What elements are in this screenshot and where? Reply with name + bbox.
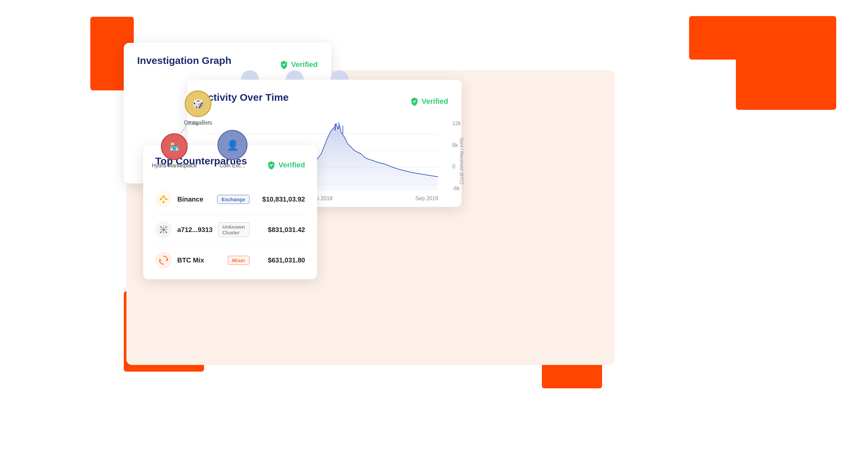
hydra-circle: 🏪 (161, 133, 188, 160)
binance-logo-icon (158, 194, 169, 205)
omegabets-circle: 🎲 (185, 90, 211, 117)
binance-tag: Exchange (217, 195, 250, 204)
binance-name: Binance (177, 196, 212, 203)
inv-graph-title: Investigation Graph (137, 55, 231, 66)
x-label-3: Sep 2019 (415, 196, 438, 202)
btcmix-name: BTC Mix (177, 256, 222, 264)
svg-marker-25 (160, 259, 161, 261)
y-right-4: -6k (452, 185, 460, 192)
cp-row-unknown[interactable]: a712...9313 Unknown Cluster $831,031.42 (155, 214, 305, 245)
unknown-tag: Unknown Cluster (218, 222, 250, 237)
activity-verified: Verified (410, 97, 448, 106)
partial-circle-3 (331, 70, 348, 80)
binance-icon (155, 191, 172, 207)
cp-row-btcmix[interactable]: BTC Mix Mixer $631,031.80 (155, 245, 305, 275)
cp-verified-text: Verified (279, 161, 305, 169)
node-hydra[interactable]: 🏪 Hydra Marketplace (152, 133, 197, 169)
cluster-logo-icon (158, 224, 169, 235)
y-right-2: 6k (452, 142, 458, 148)
btcmix-tag: Mixer (228, 256, 250, 265)
activity-verified-shield-icon (410, 97, 419, 106)
btcmix-icon (155, 252, 172, 268)
coinex-label: Coin Exc... (219, 163, 245, 169)
hydra-label: Hydra Marketplace (152, 163, 197, 169)
y-right-3: 0 (452, 164, 455, 170)
partial-circle-2 (286, 70, 304, 80)
node-coinex[interactable]: 👤 Coin Exc... (217, 130, 248, 169)
inv-graph-verified: Verified (279, 60, 318, 69)
node-omegabets[interactable]: 🎲 OmegaBets (184, 90, 212, 126)
omegabets-icon: 🎲 (192, 98, 204, 110)
unknown-name: a712...9313 (177, 226, 213, 234)
cp-verified: Verified (267, 160, 305, 170)
partial-circles (241, 70, 348, 80)
activity-title: Activity Over Time (201, 92, 289, 103)
mixer-logo-icon (158, 255, 169, 265)
inv-graph-verified-text: Verified (291, 60, 318, 69)
svg-marker-13 (162, 201, 165, 203)
svg-marker-24 (166, 259, 167, 261)
unknown-amount: $831,031.42 (255, 226, 305, 234)
right-axis-title: Sent / Received (BTC) (459, 138, 464, 184)
btcmix-amount: $631,031.80 (255, 256, 305, 264)
cp-verified-shield-icon (267, 160, 276, 170)
verified-shield-icon (279, 60, 289, 69)
y-right-1: 12k (452, 120, 461, 126)
partial-circle-1 (241, 70, 259, 80)
unknown-cluster-icon (155, 221, 172, 238)
cp-row-binance[interactable]: Binance Exchange $10,831,03.92 (155, 184, 305, 214)
hydra-icon: 🏪 (169, 142, 179, 151)
binance-amount: $10,831,03.92 (255, 196, 305, 203)
activity-verified-text: Verified (422, 97, 448, 106)
deco-rect-top-right-2 (736, 16, 836, 110)
coinex-icon: 👤 (226, 139, 239, 151)
coinex-circle: 👤 (217, 130, 248, 160)
activity-header: Activity Over Time Verified (201, 92, 448, 111)
omegabets-label: OmegaBets (184, 120, 212, 126)
